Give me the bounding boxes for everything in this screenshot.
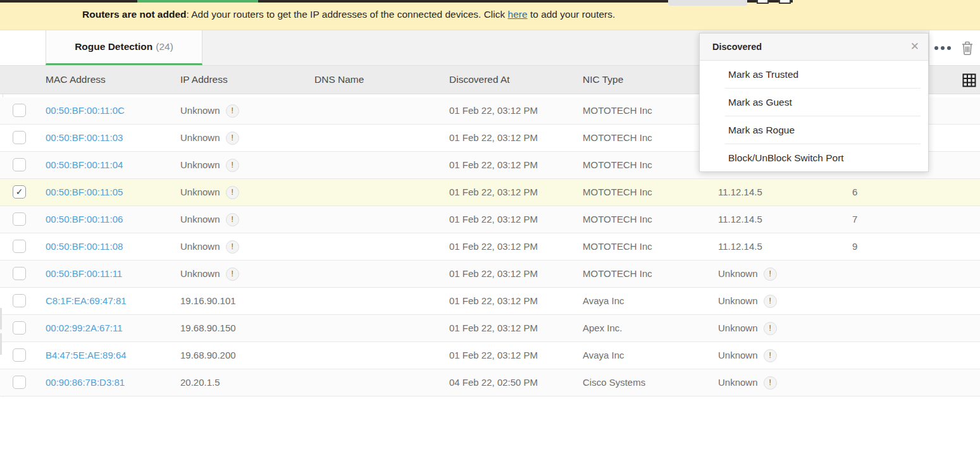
table-row[interactable]: 00:50:BF:00:11:06 Unknown! 01 Feb 22, 03…: [0, 206, 980, 233]
switch-cell: Unknown!: [718, 288, 777, 314]
ip-address-cell: Unknown!: [180, 261, 239, 287]
tab-rogue-detection[interactable]: Rogue Detection (24): [46, 30, 202, 65]
discovered-at-cell: 01 Feb 22, 03:12 PM: [449, 233, 538, 260]
discovered-at-cell: 01 Feb 22, 03:12 PM: [449, 97, 538, 124]
more-actions-icon[interactable]: [934, 46, 951, 50]
delete-icon[interactable]: [961, 41, 974, 58]
discovered-at-cell: 01 Feb 22, 03:12 PM: [449, 125, 538, 151]
column-header-ip-address[interactable]: IP Address: [180, 66, 228, 94]
nic-type-cell: MOTOTECH Inc: [583, 179, 652, 206]
popup-item-block-unblock-switch-port[interactable]: Block/UnBlock Switch Port: [700, 144, 928, 172]
table-row[interactable]: ✓ 00:50:BF:00:11:05 Unknown! 01 Feb 22, …: [0, 179, 980, 206]
discovered-at-cell: 04 Feb 22, 02:50 PM: [449, 369, 538, 396]
left-edge-handle: [0, 333, 2, 355]
unknown-warning-badge: !: [226, 132, 239, 145]
discovered-at-cell: 01 Feb 22, 03:12 PM: [449, 206, 538, 233]
nic-type-cell: Avaya Inc: [583, 342, 624, 369]
column-header-mac-address[interactable]: MAC Address: [46, 66, 106, 94]
row-checkbox[interactable]: [13, 294, 26, 307]
row-checkbox[interactable]: [13, 267, 26, 280]
switch-port-cell: 7: [852, 206, 857, 233]
ip-address-cell: Unknown!: [180, 152, 239, 178]
add-routers-link[interactable]: here: [508, 9, 528, 20]
row-checkbox[interactable]: [13, 376, 26, 389]
unknown-warning-badge: !: [764, 376, 777, 390]
banner-message: Routers are not added: Add your routers …: [82, 0, 615, 30]
mac-address-link[interactable]: 00:50:BF:00:11:06: [46, 206, 123, 233]
unknown-warning-badge: !: [226, 213, 239, 226]
row-checkbox[interactable]: [13, 240, 26, 253]
table-row[interactable]: C8:1F:EA:69:47:81 19.16.90.101 01 Feb 22…: [0, 288, 980, 315]
unknown-warning-badge: !: [764, 322, 777, 335]
discovered-at-cell: 01 Feb 22, 03:12 PM: [449, 315, 538, 341]
ip-address-cell: Unknown!: [180, 125, 239, 151]
nic-type-cell: Apex Inc.: [583, 315, 623, 341]
unknown-warning-badge: !: [764, 295, 777, 308]
mac-address-link[interactable]: 00:50:BF:00:11:0C: [46, 97, 125, 124]
ip-address-cell: 20.20.1.5: [180, 369, 220, 396]
unknown-warning-badge: !: [764, 349, 777, 362]
table-row[interactable]: 00:90:86:7B:D3:81 20.20.1.5 04 Feb 22, 0…: [0, 369, 980, 396]
cutoff-header-button: [668, 0, 747, 6]
table-row[interactable]: B4:47:5E:AE:89:64 19.68.90.200 01 Feb 22…: [0, 342, 980, 369]
mac-address-link[interactable]: B4:47:5E:AE:89:64: [46, 342, 127, 369]
row-checkbox[interactable]: [13, 158, 26, 171]
left-edge-handle: [0, 308, 2, 329]
column-chooser-icon[interactable]: [962, 73, 976, 90]
unknown-warning-badge: !: [764, 267, 777, 281]
ip-address-cell: Unknown!: [180, 206, 239, 233]
mac-address-link[interactable]: 00:90:86:7B:D3:81: [46, 369, 125, 396]
unknown-warning-badge: !: [226, 186, 239, 199]
switch-cell: 11.12.14.5: [718, 206, 762, 233]
nic-type-cell: MOTOTECH Inc: [583, 125, 652, 151]
cutoff-header-icon: [779, 0, 791, 4]
nic-type-cell: MOTOTECH Inc: [583, 97, 652, 124]
row-checkbox[interactable]: [13, 321, 26, 335]
cutoff-header-icon: [757, 0, 769, 4]
router-warning-banner: Routers are not added: Add your routers …: [0, 0, 980, 30]
nic-type-cell: Avaya Inc: [583, 288, 624, 314]
row-checkbox[interactable]: [13, 212, 26, 226]
close-icon[interactable]: ✕: [910, 34, 919, 60]
top-edge-bar: [0, 0, 137, 3]
row-checkbox[interactable]: [13, 348, 26, 362]
switch-cell: Unknown!: [718, 261, 777, 287]
table-row[interactable]: 00:50:BF:00:11:08 Unknown! 01 Feb 22, 03…: [0, 233, 980, 261]
discovered-at-cell: 01 Feb 22, 03:12 PM: [449, 342, 538, 369]
nic-type-cell: MOTOTECH Inc: [583, 206, 652, 233]
mac-address-link[interactable]: C8:1F:EA:69:47:81: [46, 288, 127, 314]
popup-item-mark-as-rogue[interactable]: Mark as Rogue: [700, 116, 928, 144]
mac-address-link[interactable]: 00:50:BF:00:11:05: [46, 179, 123, 206]
mac-address-link[interactable]: 00:50:BF:00:11:08: [46, 233, 123, 260]
switch-cell: Unknown!: [718, 315, 777, 341]
nic-type-cell: MOTOTECH Inc: [583, 261, 652, 287]
table-actions: [929, 30, 980, 65]
tab-count: (24): [156, 41, 173, 52]
mac-address-link[interactable]: 00:50:BF:00:11:03: [46, 125, 123, 151]
unknown-warning-badge: !: [226, 240, 239, 254]
switch-cell: Unknown!: [718, 342, 777, 369]
switch-port-cell: 9: [852, 233, 857, 260]
popup-item-mark-as-guest[interactable]: Mark as Guest: [700, 89, 928, 116]
discovered-actions-popup: Discovered ✕ Mark as TrustedMark as Gues…: [699, 33, 929, 172]
column-header-nic-type[interactable]: NIC Type: [583, 66, 623, 94]
row-checkbox[interactable]: ✓: [13, 185, 26, 199]
ip-address-cell: 19.68.90.150: [180, 315, 236, 341]
unknown-warning-badge: !: [226, 159, 239, 172]
column-header-dns-name[interactable]: DNS Name: [314, 66, 364, 94]
mac-address-link[interactable]: 00:50:BF:00:11:11: [46, 261, 122, 287]
ip-address-cell: Unknown!: [180, 233, 239, 260]
nic-type-cell: MOTOTECH Inc: [583, 233, 652, 260]
table-row[interactable]: 00:02:99:2A:67:11 19.68.90.150 01 Feb 22…: [0, 315, 980, 342]
ip-address-cell: 19.68.90.200: [180, 342, 236, 369]
mac-address-link[interactable]: 00:02:99:2A:67:11: [46, 315, 123, 341]
popup-item-mark-as-trusted[interactable]: Mark as Trusted: [700, 61, 928, 89]
row-checkbox[interactable]: [13, 131, 26, 144]
column-header-discovered-at[interactable]: Discovered At: [449, 66, 510, 94]
mac-address-link[interactable]: 00:50:BF:00:11:04: [46, 152, 123, 178]
row-checkbox[interactable]: [13, 104, 26, 117]
tab-label: Rogue Detection: [75, 41, 152, 52]
switch-cell: 11.12.14.5: [718, 179, 762, 206]
ip-address-cell: 19.16.90.101: [180, 288, 236, 314]
table-row[interactable]: 00:50:BF:00:11:11 Unknown! 01 Feb 22, 03…: [0, 261, 980, 288]
